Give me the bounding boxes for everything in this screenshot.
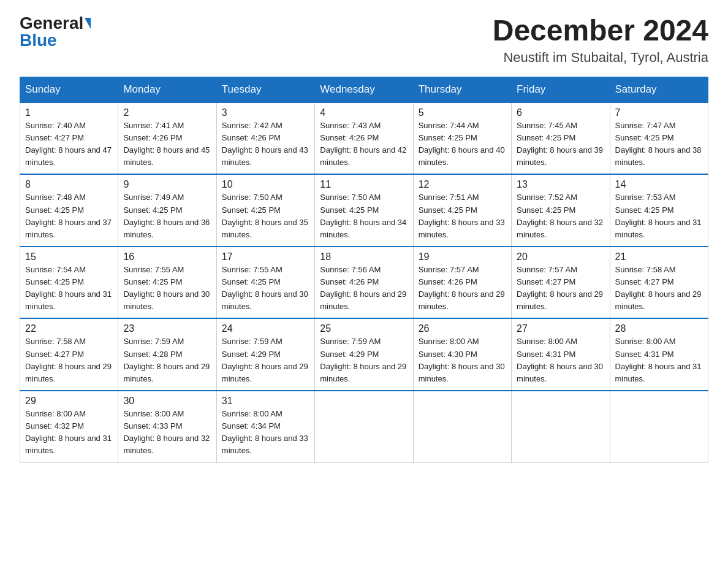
calendar-cell: 5 Sunrise: 7:44 AMSunset: 4:25 PMDayligh… [413,102,511,175]
calendar-cell: 7 Sunrise: 7:47 AMSunset: 4:25 PMDayligh… [610,102,708,175]
day-info: Sunrise: 7:55 AMSunset: 4:25 PMDaylight:… [222,264,309,313]
calendar-cell [413,391,511,462]
day-info: Sunrise: 7:48 AMSunset: 4:25 PMDaylight:… [25,191,113,241]
day-number: 28 [615,323,703,334]
day-number: 30 [123,396,211,407]
calendar-cell: 31 Sunrise: 8:00 AMSunset: 4:34 PMDaylig… [216,391,314,462]
day-info: Sunrise: 7:57 AMSunset: 4:27 PMDaylight:… [517,264,604,313]
calendar-cell: 17 Sunrise: 7:55 AMSunset: 4:25 PMDaylig… [216,247,314,319]
calendar-cell: 19 Sunrise: 7:57 AMSunset: 4:26 PMDaylig… [413,247,511,319]
day-number: 12 [419,179,506,190]
day-number: 18 [320,251,408,262]
calendar-cell: 30 Sunrise: 8:00 AMSunset: 4:33 PMDaylig… [118,391,216,462]
day-number: 5 [419,107,506,118]
day-info: Sunrise: 7:59 AMSunset: 4:29 PMDaylight:… [320,335,408,385]
day-info: Sunrise: 7:56 AMSunset: 4:26 PMDaylight:… [320,264,408,313]
day-number: 22 [25,323,113,334]
day-info: Sunrise: 7:55 AMSunset: 4:25 PMDaylight:… [123,264,211,313]
day-number: 26 [419,323,506,334]
week-row-2: 8 Sunrise: 7:48 AMSunset: 4:25 PMDayligh… [20,174,708,247]
day-number: 13 [517,179,604,190]
day-info: Sunrise: 7:58 AMSunset: 4:27 PMDaylight:… [615,264,703,313]
calendar-cell: 14 Sunrise: 7:53 AMSunset: 4:25 PMDaylig… [610,174,708,247]
day-number: 6 [517,107,604,118]
calendar-cell: 23 Sunrise: 7:59 AMSunset: 4:28 PMDaylig… [118,318,216,391]
logo-triangle-icon [85,18,91,29]
day-number: 15 [25,251,113,262]
day-info: Sunrise: 8:00 AMSunset: 4:34 PMDaylight:… [222,408,309,458]
day-number: 14 [615,179,703,190]
day-number: 16 [123,251,211,262]
weekday-header-row: SundayMondayTuesdayWednesdayThursdayFrid… [20,77,708,102]
day-number: 7 [615,107,703,118]
calendar-cell: 1 Sunrise: 7:40 AMSunset: 4:27 PMDayligh… [20,102,118,175]
calendar-cell: 12 Sunrise: 7:51 AMSunset: 4:25 PMDaylig… [413,174,511,247]
day-info: Sunrise: 7:54 AMSunset: 4:25 PMDaylight:… [25,264,113,313]
day-number: 25 [320,323,408,334]
day-number: 4 [320,107,408,118]
day-number: 2 [123,107,211,118]
week-row-1: 1 Sunrise: 7:40 AMSunset: 4:27 PMDayligh… [20,102,708,175]
weekday-header-wednesday: Wednesday [315,77,413,102]
calendar-cell: 25 Sunrise: 7:59 AMSunset: 4:29 PMDaylig… [315,318,413,391]
calendar-cell: 16 Sunrise: 7:55 AMSunset: 4:25 PMDaylig… [118,247,216,319]
calendar-table: SundayMondayTuesdayWednesdayThursdayFrid… [20,77,708,463]
calendar-cell: 29 Sunrise: 8:00 AMSunset: 4:32 PMDaylig… [20,391,118,462]
day-info: Sunrise: 8:00 AMSunset: 4:31 PMDaylight:… [615,335,703,385]
day-number: 19 [419,251,506,262]
day-info: Sunrise: 7:57 AMSunset: 4:26 PMDaylight:… [419,264,506,313]
page-header: General Blue December 2024 Neustift im S… [20,15,708,66]
weekday-header-saturday: Saturday [610,77,708,102]
day-number: 20 [517,251,604,262]
day-info: Sunrise: 7:51 AMSunset: 4:25 PMDaylight:… [419,191,506,241]
day-info: Sunrise: 8:00 AMSunset: 4:32 PMDaylight:… [25,408,113,458]
day-info: Sunrise: 7:59 AMSunset: 4:28 PMDaylight:… [123,335,211,385]
day-number: 24 [222,323,309,334]
calendar-cell: 26 Sunrise: 8:00 AMSunset: 4:30 PMDaylig… [413,318,511,391]
month-title: December 2024 [493,15,708,47]
calendar-cell: 8 Sunrise: 7:48 AMSunset: 4:25 PMDayligh… [20,174,118,247]
logo: General Blue [20,15,91,49]
calendar-cell [610,391,708,462]
calendar-cell: 4 Sunrise: 7:43 AMSunset: 4:26 PMDayligh… [315,102,413,175]
day-info: Sunrise: 7:50 AMSunset: 4:25 PMDaylight:… [320,191,408,241]
day-info: Sunrise: 7:45 AMSunset: 4:25 PMDaylight:… [517,120,604,169]
day-number: 3 [222,107,309,118]
calendar-cell: 27 Sunrise: 8:00 AMSunset: 4:31 PMDaylig… [512,318,610,391]
day-number: 23 [123,323,211,334]
calendar-cell [512,391,610,462]
day-number: 17 [222,251,309,262]
location-title: Neustift im Stubaital, Tyrol, Austria [493,50,708,66]
day-info: Sunrise: 7:40 AMSunset: 4:27 PMDaylight:… [25,120,113,169]
day-number: 11 [320,179,408,190]
calendar-cell: 24 Sunrise: 7:59 AMSunset: 4:29 PMDaylig… [216,318,314,391]
day-info: Sunrise: 7:47 AMSunset: 4:25 PMDaylight:… [615,120,703,169]
day-info: Sunrise: 7:42 AMSunset: 4:26 PMDaylight:… [222,120,309,169]
week-row-3: 15 Sunrise: 7:54 AMSunset: 4:25 PMDaylig… [20,247,708,319]
day-number: 31 [222,396,309,407]
calendar-cell [315,391,413,462]
weekday-header-tuesday: Tuesday [216,77,314,102]
day-info: Sunrise: 7:53 AMSunset: 4:25 PMDaylight:… [615,191,703,241]
calendar-cell: 22 Sunrise: 7:58 AMSunset: 4:27 PMDaylig… [20,318,118,391]
calendar-cell: 11 Sunrise: 7:50 AMSunset: 4:25 PMDaylig… [315,174,413,247]
day-info: Sunrise: 7:59 AMSunset: 4:29 PMDaylight:… [222,335,309,385]
calendar-cell: 10 Sunrise: 7:50 AMSunset: 4:25 PMDaylig… [216,174,314,247]
calendar-cell: 18 Sunrise: 7:56 AMSunset: 4:26 PMDaylig… [315,247,413,319]
weekday-header-sunday: Sunday [20,77,118,102]
calendar-cell: 20 Sunrise: 7:57 AMSunset: 4:27 PMDaylig… [512,247,610,319]
day-info: Sunrise: 7:50 AMSunset: 4:25 PMDaylight:… [222,191,309,241]
logo-general: General [20,15,83,32]
day-info: Sunrise: 7:58 AMSunset: 4:27 PMDaylight:… [25,335,113,385]
day-number: 21 [615,251,703,262]
calendar-cell: 9 Sunrise: 7:49 AMSunset: 4:25 PMDayligh… [118,174,216,247]
title-area: December 2024 Neustift im Stubaital, Tyr… [493,15,708,66]
day-number: 27 [517,323,604,334]
day-info: Sunrise: 8:00 AMSunset: 4:31 PMDaylight:… [517,335,604,385]
day-number: 10 [222,179,309,190]
calendar-cell: 6 Sunrise: 7:45 AMSunset: 4:25 PMDayligh… [512,102,610,175]
day-number: 1 [25,107,113,118]
calendar-cell: 28 Sunrise: 8:00 AMSunset: 4:31 PMDaylig… [610,318,708,391]
day-info: Sunrise: 8:00 AMSunset: 4:33 PMDaylight:… [123,408,211,458]
weekday-header-friday: Friday [512,77,610,102]
